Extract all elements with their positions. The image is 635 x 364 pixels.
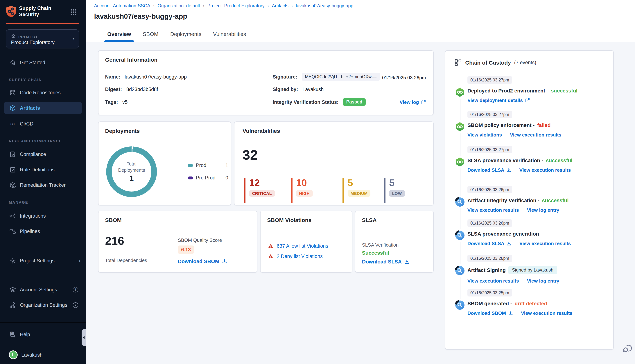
view-log-link[interactable]: View log	[400, 100, 426, 105]
app-title: Supply ChainSecurity	[19, 5, 51, 18]
tags-label: Tags:	[105, 100, 118, 105]
donut-center-label: Total	[127, 161, 136, 167]
card-title: SBOM	[105, 217, 122, 223]
external-link-icon	[421, 100, 426, 104]
code-repo-icon	[9, 89, 16, 96]
legend-item-prod[interactable]: Prod 1	[188, 162, 228, 168]
breadcrumb-organization[interactable]: Organization: default	[158, 3, 200, 8]
download-slsa-link[interactable]: Download SLSA	[468, 167, 511, 173]
download-slsa-link[interactable]: Download SLSA	[362, 259, 409, 264]
event-timestamp: 01/16/2025 03:26pm	[468, 186, 512, 194]
sidebar-item-remediation-tracker[interactable]: Remediation Tracker	[0, 179, 86, 191]
tab-deployments[interactable]: Deployments	[169, 28, 202, 42]
project-selector[interactable]: PROJECT Product Exploratory ›	[6, 29, 79, 48]
event-status: successful	[551, 88, 577, 94]
sidebar-item-label: Remediation Tracker	[20, 182, 66, 188]
download-sbom-link[interactable]: Download SBOM	[468, 310, 513, 316]
sidebar-item-compliance[interactable]: Compliance	[0, 148, 86, 160]
sidebar-item-project-settings[interactable]: Project Settings ›	[0, 254, 86, 267]
user-name: Lavakush	[21, 352, 43, 358]
vulnerabilities-total: 32	[243, 148, 258, 163]
svg-text:?: ?	[11, 332, 13, 335]
sidebar-item-label: Project Settings	[20, 258, 55, 263]
external-link-icon	[525, 98, 530, 103]
coc-event-sbom-policy: 01/16/2025 03:27pm SBOM policy enforceme…	[445, 111, 608, 138]
deny-list-violations-link[interactable]: 2 Deny list Violations	[268, 254, 323, 259]
scan-circle-icon	[455, 300, 465, 310]
tab-vulnerabilities[interactable]: Vulnerabilities	[213, 28, 247, 42]
sidebar-item-help[interactable]: ? Help	[0, 328, 86, 340]
signature-timestamp: 01/16/2025 03:26pm	[382, 75, 426, 80]
breadcrumb-artifacts[interactable]: Artifacts	[272, 3, 289, 8]
view-deployment-details-link[interactable]: View deployment details	[468, 98, 530, 103]
sidebar-user[interactable]: L Lavakush	[0, 348, 86, 361]
sidebar-item-organization-settings[interactable]: Organization Settings i	[0, 299, 86, 311]
compliance-doc-icon	[9, 150, 16, 158]
event-title: Deployed to Prod2 environment -	[468, 88, 548, 94]
sbom-quality-score-value: 6.13	[178, 246, 194, 254]
sidebar-item-pipelines[interactable]: Pipelines	[0, 225, 86, 238]
view-execution-results-link[interactable]: View execution results	[519, 241, 571, 246]
page-header: Account: Automation-SSCA › Organization:…	[86, 0, 635, 42]
severity-badge: LOW	[389, 190, 405, 197]
sidebar-item-label: Code Repositories	[20, 90, 61, 95]
gear-icon	[9, 257, 16, 264]
event-timestamp: 01/16/2025 03:27pm	[468, 111, 512, 118]
sidebar-item-artifacts[interactable]: Artifacts	[4, 102, 82, 114]
view-log-entry-link[interactable]: View log entry	[527, 278, 559, 284]
tab-sbom[interactable]: SBOM	[142, 28, 159, 42]
feedback-chat-icon[interactable]	[622, 342, 633, 353]
chain-of-custody-icon	[454, 59, 462, 66]
sidebar-divider	[6, 246, 79, 246]
module-grid-icon[interactable]	[70, 9, 77, 16]
view-violations-link[interactable]: View violations	[468, 132, 502, 138]
app-window: Supply ChainSecurity PROJECT Pr	[0, 0, 635, 364]
tab-bar: Overview SBOM Deployments Vulnerabilitie…	[107, 28, 247, 42]
artifacts-cube-icon	[9, 104, 16, 112]
allow-list-violations-link[interactable]: 637 Allow list Violations	[268, 243, 328, 249]
sidebar-collapse-handle[interactable]	[82, 329, 86, 346]
sidebar-item-integrations[interactable]: Integrations	[0, 210, 86, 222]
severity-badge: MEDIUM	[348, 190, 371, 197]
breadcrumb-project[interactable]: Project: Product Exploratory	[207, 3, 264, 8]
total-deployments-value: 1	[129, 174, 134, 182]
severity-low: 5 LOW	[384, 178, 405, 203]
view-log-entry-link[interactable]: View log entry	[527, 207, 559, 213]
prod-count: 1	[226, 162, 228, 168]
breadcrumb-separator: ›	[153, 3, 155, 8]
legend-item-pre-prod[interactable]: Pre Prod 0	[188, 175, 228, 180]
sidebar-item-cicd[interactable]: ∞ CI/CD	[0, 118, 86, 130]
tab-overview[interactable]: Overview	[107, 28, 132, 42]
pipelines-icon	[9, 228, 16, 235]
events-count: (7 events)	[514, 60, 536, 65]
pipeline-hexagon-icon	[455, 87, 465, 97]
sidebar-item-rule-definitions[interactable]: Rule Definitions	[0, 163, 86, 176]
sidebar-item-code-repositories[interactable]: Code Repositories	[0, 86, 86, 99]
section-label-manage: MANAGE	[9, 200, 28, 204]
download-sbom-link[interactable]: Download SBOM	[178, 258, 227, 264]
slsa-verification-status: Successful	[362, 250, 389, 256]
view-execution-results-link[interactable]: View execution results	[468, 278, 519, 284]
severity-badge: CRITICAL	[249, 190, 275, 197]
breadcrumb-account[interactable]: Account: Automation-SSCA	[94, 3, 150, 8]
org-gear-icon	[9, 301, 16, 308]
download-slsa-link[interactable]: Download SLSA	[468, 241, 511, 246]
view-execution-results-link[interactable]: View execution results	[510, 132, 561, 138]
event-title: SBOM generated -	[468, 300, 512, 306]
artifact-digest: 8d23bd3b5d8f	[126, 86, 158, 92]
breadcrumb-current[interactable]: lavakush07/easy-buggy-app	[296, 3, 353, 8]
severity-critical: 12 CRITICAL	[244, 178, 275, 203]
event-timestamp: 01/16/2025 03:27pm	[468, 76, 512, 84]
app-logo-row: Supply ChainSecurity	[0, 0, 86, 23]
view-execution-results-link[interactable]: View execution results	[468, 207, 519, 213]
pipeline-hexagon-icon	[455, 122, 465, 132]
name-label: Name:	[105, 74, 120, 80]
view-execution-results-link[interactable]: View execution results	[521, 310, 572, 316]
sidebar-item-get-started[interactable]: Get Started	[0, 56, 86, 68]
preprod-count: 0	[226, 175, 228, 180]
view-execution-results-link[interactable]: View execution results	[519, 167, 571, 173]
sidebar-item-account-settings[interactable]: Account Settings i	[0, 283, 86, 296]
pipeline-hexagon-icon	[455, 157, 465, 167]
scan-circle-icon	[455, 230, 465, 240]
warning-triangle-icon	[268, 254, 273, 259]
